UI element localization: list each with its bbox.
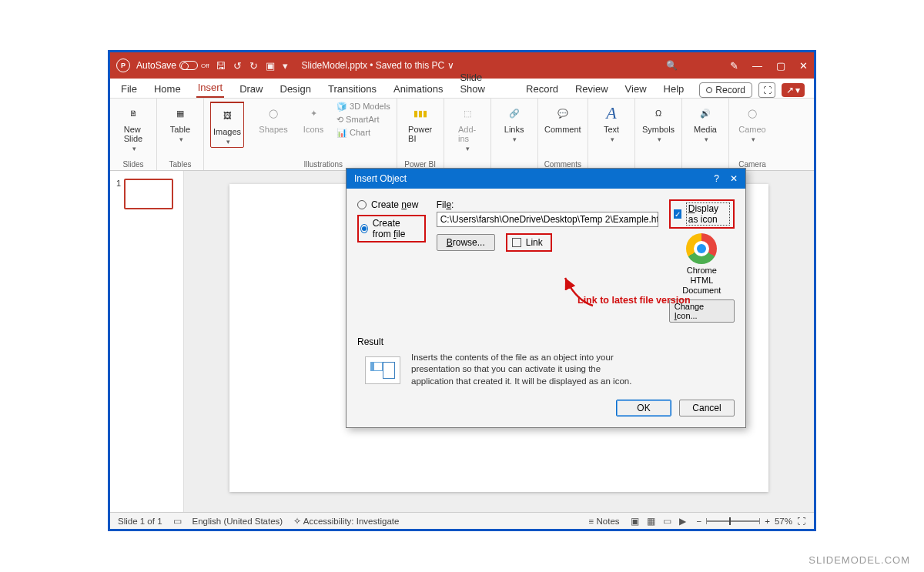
tab-insert[interactable]: Insert bbox=[196, 79, 225, 98]
highlight-display-as-icon: ✓ Display as icon bbox=[669, 199, 735, 229]
notes-button[interactable]: ≡ Notes bbox=[589, 517, 620, 526]
document-title[interactable]: SlideModel.pptx • Saved to this PC ∨ bbox=[302, 60, 454, 71]
record-button[interactable]: Record bbox=[699, 82, 752, 98]
spellcheck-icon[interactable]: ▭ bbox=[173, 516, 182, 527]
slide-canvas[interactable]: Insert Object ? ✕ Create new bbox=[184, 171, 814, 512]
group-label-tables: Tables bbox=[169, 159, 192, 170]
slide-thumbnail[interactable] bbox=[124, 179, 173, 209]
text-button[interactable]: AText bbox=[594, 102, 628, 143]
display-as-icon-checkbox[interactable]: ✓ bbox=[674, 209, 681, 219]
addins-button[interactable]: ⬚Add- ins bbox=[450, 102, 484, 152]
present-button[interactable]: ⛶ bbox=[758, 82, 775, 98]
customize-qat-icon[interactable]: ▾ bbox=[283, 60, 288, 72]
display-as-icon-label: Display as icon bbox=[686, 202, 730, 226]
cancel-button[interactable]: Cancel bbox=[679, 400, 735, 416]
group-symbols: ΩSymbols bbox=[635, 99, 682, 170]
from-beginning-icon[interactable]: ▣ bbox=[266, 60, 275, 72]
new-slide-button[interactable]: 🗎 New Slide bbox=[116, 102, 150, 152]
chart-button[interactable]: 📊 Chart bbox=[336, 128, 370, 138]
autosave-state: Off bbox=[201, 62, 209, 69]
links-button[interactable]: 🔗Links bbox=[497, 102, 531, 143]
slide-counter[interactable]: Slide 1 of 1 bbox=[118, 517, 162, 526]
cameo-button[interactable]: ◯Cameo bbox=[735, 102, 769, 143]
shapes-button[interactable]: ◯Shapes bbox=[256, 102, 290, 134]
tab-review[interactable]: Review bbox=[574, 80, 610, 98]
radio-label-create-new: Create new bbox=[371, 199, 418, 210]
zoom-control[interactable]: − + 57% ⛶ bbox=[697, 517, 806, 526]
normal-view-icon[interactable]: ▣ bbox=[631, 516, 639, 527]
insert-object-dialog: Insert Object ? ✕ Create new bbox=[346, 168, 746, 428]
dialog-title: Insert Object bbox=[354, 173, 407, 184]
smartart-button[interactable]: ⟲ SmartArt bbox=[336, 115, 379, 125]
redo-icon[interactable]: ↻ bbox=[249, 60, 258, 72]
file-path-input[interactable]: C:\Users\farsh\OneDrive\Desktop\Temp 2\E… bbox=[437, 212, 658, 227]
table-button[interactable]: ▦ Table bbox=[163, 102, 197, 143]
images-icon: 🖼 bbox=[216, 104, 239, 127]
thumb-number: 1 bbox=[116, 179, 121, 209]
dialog-close-icon[interactable]: ✕ bbox=[730, 173, 738, 184]
ok-button[interactable]: OK bbox=[616, 400, 671, 416]
fit-to-window-icon[interactable]: ⛶ bbox=[797, 517, 806, 526]
link-label: Link bbox=[526, 237, 543, 248]
comment-button[interactable]: 💬Comment bbox=[544, 102, 581, 134]
tab-transitions[interactable]: Transitions bbox=[326, 80, 378, 98]
group-addins: ⬚Add- ins bbox=[444, 99, 491, 170]
minimize-icon[interactable]: — bbox=[752, 60, 762, 72]
tab-file[interactable]: File bbox=[119, 80, 139, 98]
save-icon[interactable]: 🖫 bbox=[216, 60, 226, 72]
close-icon[interactable]: ✕ bbox=[799, 60, 808, 72]
tab-home[interactable]: Home bbox=[152, 80, 182, 98]
sorter-view-icon[interactable]: ▦ bbox=[647, 516, 655, 527]
group-media: 🔊Media bbox=[682, 99, 729, 170]
undo-icon[interactable]: ↺ bbox=[233, 60, 242, 72]
accessibility-status[interactable]: ✧ Accessibility: Investigate bbox=[293, 516, 399, 527]
work-area: 1 Insert Object ? ✕ bbox=[110, 171, 814, 512]
toggle-pill[interactable] bbox=[179, 61, 198, 70]
ribbon: 🗎 New Slide Slides ▦ Table Tables 🖼 Imag… bbox=[110, 99, 814, 171]
thumbnail-pane[interactable]: 1 bbox=[110, 171, 184, 512]
tab-design[interactable]: Design bbox=[279, 80, 313, 98]
zoom-level[interactable]: 57% bbox=[775, 517, 792, 526]
reading-view-icon[interactable]: ▭ bbox=[663, 516, 671, 527]
pencil-icon[interactable]: ✎ bbox=[730, 60, 738, 72]
ribbon-tabs: File Home Insert Draw Design Transitions… bbox=[110, 79, 814, 99]
group-illustrations: ◯Shapes ✦Icons 🧊 3D Models ⟲ SmartArt 📊 … bbox=[250, 99, 397, 170]
radio-create-from-file[interactable]: Create from file bbox=[360, 218, 421, 239]
dialog-help-icon[interactable]: ? bbox=[714, 173, 719, 184]
tab-slideshow[interactable]: Slide Show bbox=[458, 69, 511, 98]
powerbi-button[interactable]: ▮▮▮Power BI bbox=[403, 102, 437, 143]
group-label-slides: Slides bbox=[122, 159, 143, 170]
group-powerbi: ▮▮▮Power BI Power BI bbox=[397, 99, 444, 170]
group-camera: ◯Cameo Camera bbox=[729, 99, 775, 170]
tab-animations[interactable]: Animations bbox=[392, 80, 444, 98]
file-label: File: bbox=[437, 199, 658, 210]
radio-create-new[interactable]: Create new bbox=[357, 199, 426, 210]
group-tables: ▦ Table Tables bbox=[157, 99, 204, 170]
browse-button[interactable]: Browse... bbox=[437, 234, 495, 251]
autosave-toggle[interactable]: AutoSave Off bbox=[136, 60, 209, 71]
maximize-icon[interactable]: ▢ bbox=[776, 60, 785, 72]
link-checkbox[interactable] bbox=[512, 238, 521, 247]
slideshow-view-icon[interactable]: ▶ bbox=[679, 516, 686, 527]
search-icon[interactable]: 🔍 bbox=[666, 60, 678, 71]
media-button[interactable]: 🔊Media bbox=[688, 102, 722, 143]
language-status[interactable]: English (United States) bbox=[192, 517, 283, 526]
dialog-titlebar[interactable]: Insert Object ? ✕ bbox=[346, 169, 745, 189]
images-button[interactable]: 🖼 Images bbox=[210, 102, 244, 148]
tab-record[interactable]: Record bbox=[524, 80, 560, 98]
zoom-in-icon[interactable]: + bbox=[765, 517, 770, 526]
icons-button[interactable]: ✦Icons bbox=[296, 102, 330, 134]
3d-models-button[interactable]: 🧊 3D Models bbox=[336, 102, 390, 112]
highlight-create-from-file: Create from file bbox=[357, 215, 426, 243]
tab-help[interactable]: Help bbox=[662, 80, 686, 98]
zoom-out-icon[interactable]: − bbox=[697, 517, 702, 526]
result-label: Result bbox=[357, 336, 735, 347]
status-bar: Slide 1 of 1 ▭ English (United States) ✧… bbox=[110, 512, 814, 529]
group-label-illustrations: Illustrations bbox=[304, 159, 343, 170]
app-icon: P bbox=[116, 59, 130, 72]
symbols-button[interactable]: ΩSymbols bbox=[641, 102, 675, 143]
share-button[interactable]: ↗▾ bbox=[782, 83, 805, 97]
tab-view[interactable]: View bbox=[624, 80, 648, 98]
tab-draw[interactable]: Draw bbox=[238, 80, 264, 98]
zoom-slider[interactable] bbox=[706, 520, 760, 522]
